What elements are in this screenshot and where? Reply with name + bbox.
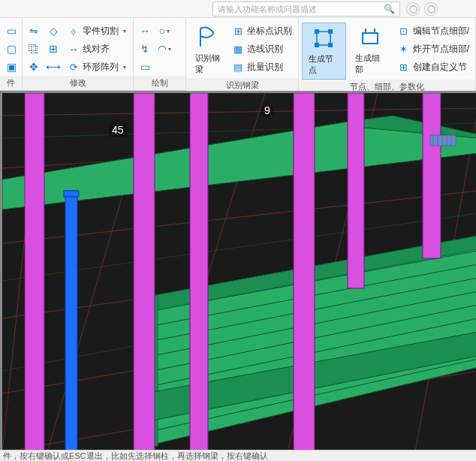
- svg-rect-37: [294, 93, 315, 450]
- gen-node-label: 生成节点: [309, 53, 339, 76]
- batch-recog-label: 批量识别: [247, 61, 283, 74]
- help-icon[interactable]: ◯: [424, 2, 438, 16]
- edit-node-detail-button[interactable]: ⊡ 编辑节点细部/: [395, 23, 472, 39]
- batch-recog-button[interactable]: ▤ 批量识别: [229, 59, 295, 75]
- pattern-icon[interactable]: ⊞: [45, 41, 62, 57]
- gen-detail-button[interactable]: 生成细部: [349, 23, 392, 78]
- ribbon-group-draw: ↔ ↯ ▭ ○▾ ◠▾ 绘制: [134, 18, 186, 90]
- ribbon-group-edit: ⇋ ⿻ ✥ ◇ ⊞ ⟷ ⎀ 零件切割 ▾ ↔ 线对齐: [23, 18, 134, 90]
- group-label-edit: 修改: [23, 76, 133, 90]
- svg-rect-39: [423, 93, 441, 258]
- chevron-down-icon: ▾: [123, 64, 126, 71]
- ribbon-group-recog: 识别钢梁 ⊞ 坐标点识别 ▦ 选线识别 ▤ 批量识别 识别钢梁: [186, 18, 299, 90]
- status-bar: 件，按右键确认或ESC退出，比如先选择钢柱，再选择钢梁，按右键确认: [0, 450, 476, 461]
- select-icon: ▦: [232, 44, 244, 55]
- ring-icon: ⟳: [68, 62, 80, 73]
- svg-rect-2: [315, 43, 319, 47]
- ring-array-label: 环形阵列: [83, 61, 119, 74]
- move-icon[interactable]: ✥: [26, 59, 42, 75]
- svg-line-5: [2, 108, 476, 116]
- ribbon-group-leftcut: ▭ ▢ ▣ 件: [0, 18, 23, 90]
- svg-rect-38: [348, 93, 364, 288]
- icon-btn-r1[interactable]: ▭: [3, 23, 20, 39]
- svg-rect-40: [65, 191, 77, 450]
- gen-node-button[interactable]: 生成节点: [302, 23, 346, 80]
- polyline-icon[interactable]: ↯: [137, 41, 153, 57]
- 3d-viewport[interactable]: 45 9: [0, 91, 476, 450]
- rect-icon[interactable]: ◇: [45, 23, 62, 39]
- ribbon-group-node: 生成节点 生成细部 ⊡ 编辑节点细部/ ✶ 炸开节点细部/ ⊞: [299, 18, 476, 90]
- search-icon[interactable]: 🔍: [384, 4, 395, 14]
- recog-steel-label: 识别钢梁: [195, 53, 220, 75]
- flip-icon[interactable]: ⇋: [26, 23, 42, 39]
- svg-rect-35: [134, 93, 155, 450]
- gen-detail-label: 生成细部: [355, 53, 386, 75]
- icon-btn-r2[interactable]: ▢: [3, 41, 20, 57]
- duplicate-icon[interactable]: ⿻: [26, 41, 42, 57]
- user-icon[interactable]: ◯: [406, 2, 420, 16]
- line-recog-button[interactable]: ▦ 选线识别: [229, 41, 295, 57]
- svg-rect-3: [328, 43, 333, 47]
- explode-icon: ✶: [398, 44, 410, 55]
- rect-draw-icon[interactable]: ▭: [137, 59, 153, 75]
- recog-steel-button[interactable]: 识别钢梁: [189, 23, 226, 78]
- explode-node-detail-button[interactable]: ✶ 炸开节点细部/: [395, 41, 472, 57]
- create-custom-node-label: 创建自定义节: [413, 61, 467, 74]
- explode-node-detail-label: 炸开节点细部/: [413, 43, 469, 56]
- arc-icon[interactable]: ◠▾: [156, 41, 173, 57]
- coord-recog-button[interactable]: ⊞ 坐标点识别: [229, 23, 295, 39]
- node-icon: [312, 26, 336, 50]
- ribbon: ▭ ▢ ▣ 件 ⇋ ⿻ ✥ ◇ ⊞ ⟷ ⎀ 零件切割 ▾: [0, 18, 476, 91]
- icon-btn-r3[interactable]: ▣: [3, 59, 20, 75]
- coord-recog-label: 坐标点识别: [247, 25, 292, 38]
- blank-icon[interactable]: [156, 59, 173, 75]
- topbar-right-icons: ◯ ◯: [406, 2, 438, 16]
- detail-icon: [358, 26, 382, 50]
- viewport-label-9: 9: [261, 104, 274, 117]
- edit-icon: ⊡: [398, 26, 410, 37]
- group-label-draw: 绘制: [134, 76, 185, 90]
- part-cut-button[interactable]: ⎀ 零件切割 ▾: [65, 23, 129, 39]
- viewport-label-45: 45: [109, 123, 127, 137]
- chevron-down-icon: ▾: [123, 28, 126, 35]
- dimension-icon[interactable]: ⟷: [45, 59, 62, 75]
- line-align-button[interactable]: ↔ 线对齐: [65, 41, 129, 57]
- line-recog-label: 选线识别: [247, 43, 283, 56]
- custom-icon: ⊞: [398, 62, 410, 73]
- status-text: 件，按右键确认或ESC退出，比如先选择钢柱，再选择钢梁，按右键确认: [3, 451, 268, 460]
- create-custom-node-button[interactable]: ⊞ 创建自定义节: [395, 59, 472, 75]
- svg-rect-36: [190, 93, 208, 450]
- svg-rect-42: [430, 135, 456, 146]
- line-align-label: 线对齐: [83, 43, 110, 56]
- svg-rect-34: [25, 93, 44, 450]
- batch-icon: ▤: [232, 62, 244, 73]
- svg-rect-1: [328, 29, 333, 34]
- edit-node-detail-label: 编辑节点细部/: [413, 25, 469, 38]
- grid-icon: ⊞: [232, 26, 244, 37]
- svg-rect-41: [64, 191, 79, 197]
- search-input[interactable]: [218, 5, 384, 14]
- ring-array-button[interactable]: ⟳ 环形阵列 ▾: [65, 59, 129, 75]
- search-box[interactable]: 🔍: [212, 2, 400, 17]
- title-bar: 🔍 ◯ ◯: [0, 0, 476, 18]
- part-cut-label: 零件切割: [83, 25, 119, 38]
- svg-rect-0: [315, 29, 319, 34]
- cut-icon: ⎀: [68, 26, 80, 37]
- line-icon[interactable]: ↔: [137, 23, 153, 39]
- flag-icon: [196, 26, 220, 50]
- align-icon: ↔: [68, 44, 80, 55]
- svg-rect-4: [363, 33, 378, 44]
- viewport-canvas: [2, 93, 476, 450]
- group-label-leftcut: 件: [0, 76, 22, 90]
- circle-icon[interactable]: ○▾: [156, 23, 173, 39]
